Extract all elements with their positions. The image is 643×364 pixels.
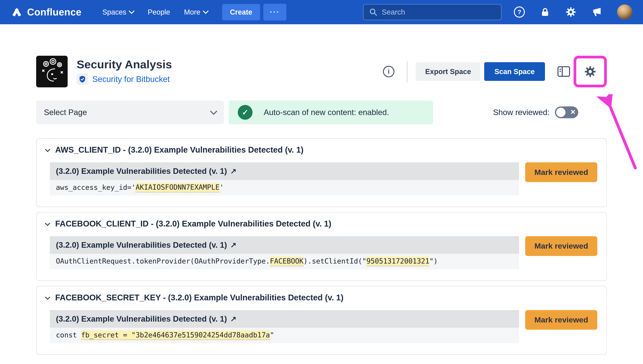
nav-spaces[interactable]: Spaces — [102, 8, 134, 16]
export-space-button[interactable]: Export Space — [416, 62, 481, 81]
more-actions-button[interactable]: ··· — [263, 4, 286, 20]
code-line: const fb_secret = "3b2e464637e5159024254… — [50, 328, 519, 343]
top-navbar: Confluence Spaces People More Create ···… — [0, 0, 643, 24]
header-actions: i Export Space Scan Space — [383, 56, 607, 87]
space-home-link[interactable]: Security for Bitbucket — [92, 74, 170, 84]
finding-card-body: (3.2.0) Example Vulnerabilities Detected… — [46, 162, 597, 196]
gear-icon[interactable] — [565, 6, 577, 18]
info-icon[interactable]: i — [383, 66, 394, 77]
autoscan-banner: ✓ Auto-scan of new content: enabled. — [229, 100, 433, 124]
external-link-icon: ↗ — [230, 314, 236, 323]
show-reviewed-control: Show reviewed: × — [493, 106, 578, 118]
search-icon — [369, 8, 377, 16]
page-header: Security Analysis Security for Bitbucket… — [36, 56, 607, 87]
sidebar-toggle-icon[interactable] — [557, 66, 570, 77]
autoscan-status-text: Auto-scan of new content: enabled. — [264, 108, 389, 117]
collapse-chevron-icon — [45, 221, 50, 226]
chevron-down-icon — [203, 8, 209, 14]
page-title: Security Analysis — [77, 58, 172, 71]
secret-highlight: FACEBOOK — [270, 257, 304, 266]
toggle-off-icon: × — [570, 108, 575, 116]
code-segment: aws_access_key_id=' — [56, 183, 136, 192]
megaphone-icon[interactable] — [591, 6, 602, 18]
space-logo — [36, 56, 68, 87]
divider — [407, 61, 408, 82]
code-segment: " — [270, 331, 274, 339]
external-link-icon: ↗ — [230, 167, 236, 176]
help-icon[interactable]: ? — [514, 6, 525, 18]
finding-detail: (3.2.0) Example Vulnerabilities Detected… — [50, 236, 519, 269]
finding-detail: (3.2.0) Example Vulnerabilities Detected… — [50, 162, 519, 196]
search-input[interactable]: Search — [363, 4, 502, 20]
code-segment: ' — [220, 183, 224, 192]
show-reviewed-toggle[interactable]: × — [555, 106, 578, 118]
title-block: Security Analysis Security for Bitbucket — [77, 58, 172, 85]
select-page-value: Select Page — [44, 108, 87, 117]
code-line: OAuthClientRequest.tokenProvider(OAuthPr… — [50, 254, 519, 269]
nav-icon-group: ? — [514, 4, 632, 20]
collapse-chevron-icon — [45, 147, 50, 152]
secret-highlight: fb_secret = "3b2e464637e5159024254dd78aa… — [81, 330, 270, 340]
secret-highlight: AKIAIOSFODNN7EXAMPLE — [136, 183, 220, 192]
finding-card-body: (3.2.0) Example Vulnerabilities Detected… — [46, 310, 597, 343]
finding-card-facebook-client-id: FACEBOOK_CLIENT_ID - (3.2.0) Example Vul… — [36, 212, 607, 281]
finding-detail: (3.2.0) Example Vulnerabilities Detected… — [50, 310, 519, 343]
external-link-icon: ↗ — [230, 241, 236, 249]
brand-name: Confluence — [27, 6, 82, 18]
mark-reviewed-button[interactable]: Mark reviewed — [525, 162, 597, 182]
toggle-knob — [556, 108, 565, 117]
code-segment: OAuthClientRequest.tokenProvider(OAuthPr… — [56, 257, 270, 265]
annotation-highlight-box — [573, 56, 607, 87]
secret-highlight: 950513172001321 — [366, 257, 429, 266]
finding-page-link[interactable]: (3.2.0) Example Vulnerabilities Detected… — [50, 310, 519, 328]
finding-title: FACEBOOK_SECRET_KEY - (3.2.0) Example Vu… — [55, 293, 344, 302]
show-reviewed-label: Show reviewed: — [493, 108, 549, 117]
shield-icon — [77, 74, 88, 85]
space-settings-gear-icon[interactable] — [584, 65, 597, 78]
scan-space-button[interactable]: Scan Space — [484, 62, 545, 81]
finding-card-header[interactable]: AWS_CLIENT_ID - (3.2.0) Example Vulnerab… — [46, 145, 597, 154]
space-link-row: Security for Bitbucket — [77, 74, 172, 85]
finding-page-link[interactable]: (3.2.0) Example Vulnerabilities Detected… — [50, 162, 519, 180]
finding-card-aws-client-id: AWS_CLIENT_ID - (3.2.0) Example Vulnerab… — [36, 138, 607, 207]
finding-title: AWS_CLIENT_ID - (3.2.0) Example Vulnerab… — [55, 145, 304, 154]
code-line: aws_access_key_id='AKIAIOSFODNN7EXAMPLE' — [50, 180, 519, 196]
finding-card-facebook-secret-key: FACEBOOK_SECRET_KEY - (3.2.0) Example Vu… — [36, 286, 607, 355]
finding-card-header[interactable]: FACEBOOK_SECRET_KEY - (3.2.0) Example Vu… — [46, 293, 597, 302]
search-placeholder: Search — [382, 8, 405, 16]
create-button[interactable]: Create — [222, 4, 260, 20]
finding-card-header[interactable]: FACEBOOK_CLIENT_ID - (3.2.0) Example Vul… — [46, 219, 597, 228]
lock-icon[interactable] — [540, 7, 550, 18]
check-circle-icon: ✓ — [238, 105, 253, 120]
finding-page-link[interactable]: (3.2.0) Example Vulnerabilities Detected… — [50, 236, 519, 254]
chevron-down-icon — [129, 8, 135, 14]
avatar[interactable] — [617, 4, 632, 20]
confluence-logo[interactable]: Confluence — [11, 6, 82, 18]
mark-reviewed-button[interactable]: Mark reviewed — [525, 236, 597, 256]
nav-people[interactable]: People — [148, 8, 170, 16]
finding-title: FACEBOOK_CLIENT_ID - (3.2.0) Example Vul… — [55, 219, 331, 228]
chevron-down-icon — [210, 108, 217, 115]
code-segment: ).setClientId(" — [303, 257, 366, 265]
confluence-page: Confluence Spaces People More Create ···… — [0, 0, 643, 364]
code-segment: const — [56, 331, 81, 339]
finding-card-body: (3.2.0) Example Vulnerabilities Detected… — [46, 236, 597, 269]
controls-row: Select Page ✓ Auto-scan of new content: … — [36, 100, 607, 124]
mark-reviewed-button[interactable]: Mark reviewed — [525, 310, 597, 330]
code-segment: ") — [429, 257, 438, 265]
nav-more[interactable]: More — [184, 8, 208, 16]
findings-list: AWS_CLIENT_ID - (3.2.0) Example Vulnerab… — [36, 138, 607, 355]
collapse-chevron-icon — [45, 294, 50, 300]
confluence-logo-icon — [11, 6, 23, 18]
select-page-dropdown[interactable]: Select Page — [36, 100, 224, 124]
